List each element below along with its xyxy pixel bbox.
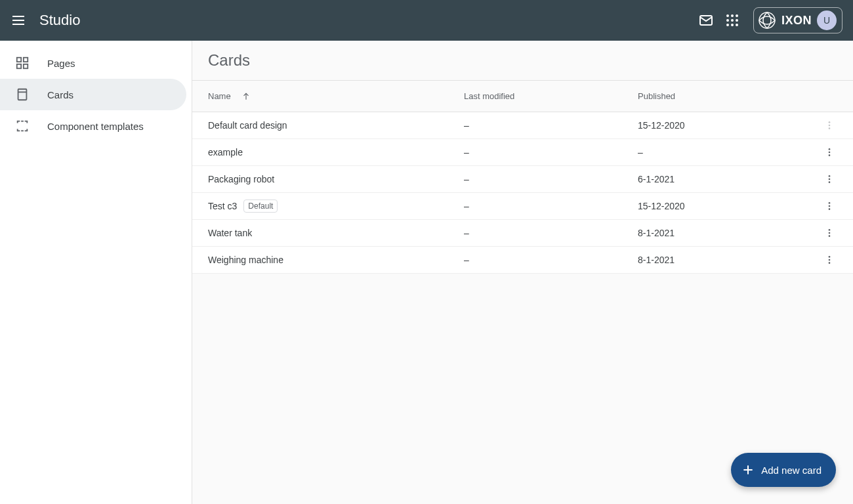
table-row[interactable]: Default card design – 15-12-2020: [192, 112, 853, 139]
svg-point-13: [759, 12, 775, 28]
table-row[interactable]: Water tank – 8-1-2021: [192, 220, 853, 247]
column-header-published[interactable]: Published: [638, 91, 808, 101]
svg-point-12: [736, 24, 738, 26]
sidebar-item-label: Pages: [47, 58, 75, 69]
row-modified: –: [464, 255, 638, 265]
dashboard-icon: [14, 55, 30, 71]
card-icon: [14, 87, 30, 102]
svg-point-39: [829, 259, 831, 261]
table-row[interactable]: Weighing machine – 8-1-2021: [192, 247, 853, 274]
svg-point-37: [829, 235, 831, 237]
row-modified: –: [464, 228, 638, 238]
svg-point-9: [736, 19, 738, 22]
template-icon: [14, 118, 30, 134]
menu-icon[interactable]: [10, 12, 26, 28]
svg-rect-14: [17, 58, 21, 62]
svg-point-4: [726, 14, 729, 17]
app-header: Studio IXON U: [0, 0, 853, 41]
main-content: Cards Name Last modified Published Defa: [192, 41, 853, 504]
svg-point-38: [829, 256, 831, 258]
svg-point-40: [829, 262, 831, 264]
svg-point-27: [829, 152, 831, 154]
row-published: 6-1-2021: [638, 174, 808, 184]
row-published: 15-12-2020: [638, 201, 808, 211]
sort-asc-icon: [241, 92, 251, 101]
svg-rect-18: [18, 89, 27, 100]
row-name: Water tank: [208, 228, 252, 238]
sidebar-item-component-templates[interactable]: Component templates: [0, 110, 186, 142]
page-title: Cards: [192, 41, 853, 80]
svg-point-23: [829, 121, 831, 123]
svg-point-29: [829, 175, 831, 177]
svg-point-34: [829, 208, 831, 210]
row-published: 8-1-2021: [638, 228, 808, 238]
avatar: U: [817, 10, 837, 30]
kebab-icon[interactable]: [822, 144, 837, 160]
default-badge: Default: [243, 200, 278, 213]
svg-point-36: [829, 232, 831, 234]
svg-point-5: [731, 14, 734, 17]
sidebar: Pages Cards Component templates: [0, 41, 192, 504]
row-name: Packaging robot: [208, 174, 274, 184]
row-name: Weighing machine: [208, 255, 283, 265]
svg-point-24: [829, 125, 831, 127]
cards-table: Name Last modified Published Default car…: [192, 80, 853, 274]
row-name: example: [208, 147, 243, 158]
sidebar-item-pages[interactable]: Pages: [0, 47, 186, 79]
table-row[interactable]: Packaging robot – 6-1-2021: [192, 166, 853, 193]
plus-icon: [741, 463, 755, 476]
add-new-card-button[interactable]: Add new card: [731, 453, 836, 487]
kebab-icon[interactable]: [822, 171, 837, 187]
svg-point-11: [731, 24, 734, 26]
kebab-icon[interactable]: [822, 198, 837, 214]
row-modified: –: [464, 201, 638, 211]
svg-point-8: [731, 19, 734, 22]
svg-rect-16: [17, 64, 21, 68]
svg-point-33: [829, 205, 831, 207]
svg-point-31: [829, 181, 831, 183]
svg-point-6: [736, 14, 738, 17]
row-modified: –: [464, 147, 638, 158]
row-name: Test c3: [208, 201, 237, 211]
column-header-name[interactable]: Name: [208, 91, 464, 101]
svg-point-25: [829, 127, 831, 129]
brand-name: IXON: [781, 14, 812, 28]
fab-label: Add new card: [761, 465, 822, 476]
sidebar-item-label: Component templates: [47, 121, 144, 132]
svg-rect-15: [24, 58, 28, 62]
svg-point-35: [829, 229, 831, 231]
sidebar-item-cards[interactable]: Cards: [0, 79, 186, 110]
mail-icon[interactable]: [693, 7, 719, 33]
row-published: 15-12-2020: [638, 120, 808, 131]
brand-account-chip[interactable]: IXON U: [753, 7, 843, 33]
svg-point-10: [726, 24, 729, 26]
svg-point-28: [829, 154, 831, 156]
column-header-modified[interactable]: Last modified: [464, 91, 638, 101]
apps-icon[interactable]: [719, 7, 745, 33]
svg-point-7: [726, 19, 729, 22]
svg-point-26: [829, 148, 831, 150]
svg-rect-17: [24, 64, 28, 68]
table-row[interactable]: Test c3 Default – 15-12-2020: [192, 193, 853, 220]
row-published: 8-1-2021: [638, 255, 808, 265]
column-header-name-label: Name: [208, 91, 231, 101]
row-modified: –: [464, 120, 638, 131]
sidebar-item-label: Cards: [47, 89, 73, 100]
svg-point-32: [829, 202, 831, 204]
row-modified: –: [464, 174, 638, 184]
kebab-icon[interactable]: [822, 252, 837, 268]
row-published: –: [638, 147, 808, 158]
table-header: Name Last modified Published: [192, 81, 853, 112]
kebab-icon[interactable]: [822, 117, 837, 133]
row-name: Default card design: [208, 120, 287, 131]
brand-logo-icon: [758, 11, 776, 30]
svg-point-30: [829, 178, 831, 180]
kebab-icon[interactable]: [822, 225, 837, 241]
table-row[interactable]: example – –: [192, 139, 853, 166]
app-title: Studio: [39, 12, 80, 29]
